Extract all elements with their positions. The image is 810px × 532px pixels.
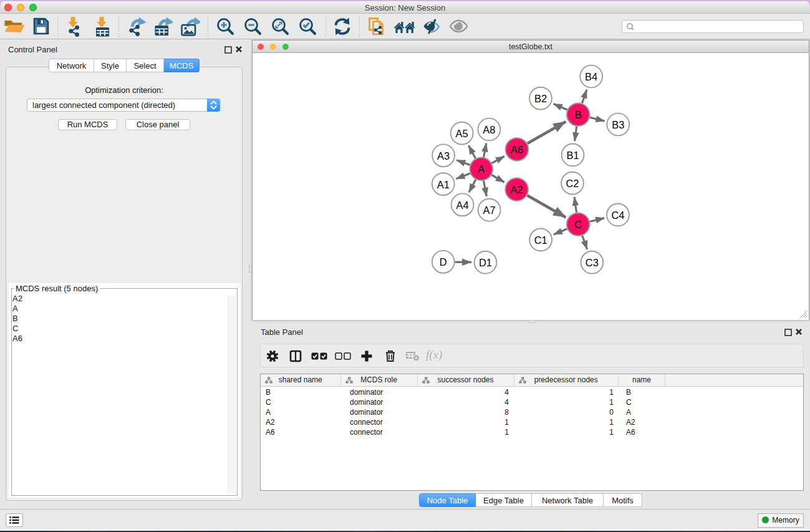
- svg-text:A6: A6: [511, 144, 523, 155]
- svg-text:C1: C1: [534, 235, 547, 246]
- svg-text:A4: A4: [456, 200, 469, 211]
- svg-text:B1: B1: [567, 150, 579, 161]
- svg-text:A5: A5: [456, 128, 468, 139]
- svg-text:A7: A7: [483, 205, 496, 216]
- svg-text:B2: B2: [534, 93, 547, 104]
- svg-text:A3: A3: [437, 150, 450, 162]
- svg-text:A1: A1: [437, 179, 450, 190]
- svg-text:A2: A2: [511, 184, 523, 195]
- svg-text:C4: C4: [611, 210, 624, 221]
- svg-text:A8: A8: [483, 124, 495, 135]
- svg-text:C2: C2: [566, 178, 579, 189]
- svg-text:B: B: [575, 109, 582, 120]
- svg-text:B3: B3: [612, 119, 624, 130]
- svg-text:B4: B4: [585, 71, 597, 82]
- svg-text:D1: D1: [479, 257, 492, 268]
- svg-text:A: A: [478, 163, 485, 175]
- svg-text:C3: C3: [586, 257, 599, 268]
- svg-text:C: C: [574, 219, 582, 230]
- svg-text:D: D: [440, 256, 447, 268]
